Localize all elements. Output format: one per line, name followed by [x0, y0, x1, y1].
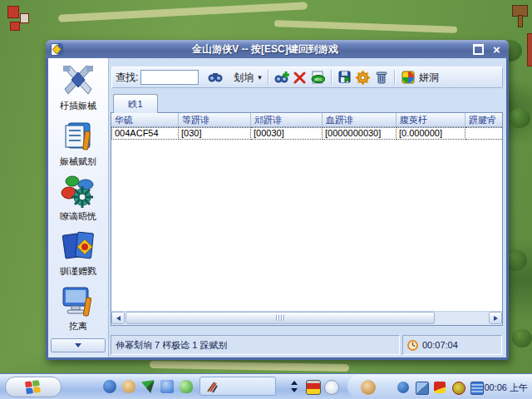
export-button[interactable] [336, 69, 354, 86]
abc-page-icon: abc [311, 71, 325, 84]
taskbar-scroll-up-icon[interactable] [291, 381, 298, 385]
elapsed-time: 00:07:04 [422, 340, 458, 350]
horizontal-scrollbar[interactable] [111, 311, 502, 325]
quicklaunch-kite-icon[interactable] [141, 380, 155, 393]
tab-page1[interactable]: 眣1 [113, 94, 158, 113]
titlebar[interactable]: 金山游侠V -- 按[ESC]键回到游戏 × [46, 40, 509, 58]
toolbar-separator [394, 70, 396, 85]
text-search-button[interactable]: abc [309, 69, 328, 86]
tray-input-method-icon[interactable] [470, 382, 484, 395]
window-body: 杅插娠械 娠械赋别 [48, 58, 506, 357]
window-title: 金山游侠V -- 按[ESC]键回到游戏 [63, 42, 467, 57]
task-player-icon[interactable] [324, 380, 339, 395]
tray-game-character-icon[interactable] [361, 380, 376, 395]
app-logo-icon [51, 43, 63, 56]
restore-icon [473, 44, 484, 55]
system-tray: 00:06 上午 [347, 375, 532, 398]
cell-string [466, 127, 503, 140]
arrow-right-icon [494, 316, 498, 321]
column-header-word[interactable]: 邧趼诽 [251, 113, 323, 127]
search-button[interactable] [199, 69, 232, 86]
delete-button[interactable] [372, 69, 391, 86]
sidebar-item-label: 扢离 [48, 320, 108, 332]
sidebar-item-label: 杅插娠械 [48, 100, 108, 112]
tree [509, 108, 530, 128]
quicklaunch-browser-icon[interactable] [103, 380, 116, 393]
thumb-grip-icon [276, 315, 285, 321]
tree [512, 329, 532, 347]
gear-icon [356, 71, 370, 85]
sidebar-item-memory-edit[interactable]: 娠械赋别 [48, 118, 108, 168]
sidebar-item-test-tools[interactable]: 嘹谪晤恍 [48, 173, 108, 223]
app-window: 金山游侠V -- 按[ESC]键回到游戏 × 杅插 [46, 40, 509, 360]
table-row-selected[interactable]: 004ACF54 [030] [00030] [0000000030] [0.0… [111, 127, 502, 140]
tray-browser-icon[interactable] [397, 382, 409, 393]
scroll-left-button[interactable] [111, 312, 125, 324]
secret-books-icon [60, 228, 96, 264]
monitor-tool-icon [60, 283, 96, 319]
sidebar-item-exit[interactable]: 扢离 [48, 283, 108, 332]
sidebar-item-search[interactable]: 杅插娠械 [48, 62, 108, 112]
search-button-label[interactable]: 刬垧 [234, 71, 254, 85]
main-area: 查找: 刬垧 ▾ [109, 58, 506, 357]
game-object [7, 6, 19, 18]
palette-button[interactable] [399, 69, 417, 86]
quicklaunch-messenger-icon[interactable] [180, 380, 193, 393]
red-x-icon [293, 71, 306, 84]
column-header-string[interactable]: 趼腱肻 [466, 113, 502, 127]
svg-text:abc: abc [315, 76, 323, 81]
restore-button[interactable] [471, 43, 485, 56]
quicklaunch-app-icon[interactable] [160, 380, 174, 393]
taskbar-window-button[interactable] [200, 377, 276, 396]
cell-dword: [0000000030] [323, 127, 397, 140]
cell-byte: [030] [179, 127, 251, 140]
scroll-right-button[interactable] [489, 312, 502, 324]
find-label: 查找: [116, 71, 138, 85]
game-path [150, 361, 349, 372]
tray-network-icon[interactable] [416, 382, 429, 395]
notebook-wrench-icon [60, 118, 96, 155]
cell-address: 004ACF54 [111, 127, 179, 140]
cancel-search-button[interactable] [291, 69, 309, 86]
column-header-byte[interactable]: 等趼诽 [179, 113, 251, 127]
cell-word: [00030] [251, 127, 323, 140]
search-dropdown-arrow-icon[interactable]: ▾ [258, 73, 262, 81]
results-list: 华硫 等趼诽 邧趼诽 血趼诽 腹萸杅 趼腱肻 004ACF54 [030] [0… [111, 112, 503, 326]
taskbar-clock[interactable]: 00:06 上午 [484, 382, 528, 394]
new-search-button[interactable] [273, 69, 291, 86]
status-time-pane: 00:07:04 [402, 335, 502, 355]
arrow-left-icon [116, 316, 121, 321]
column-header-float[interactable]: 腹萸杅 [397, 113, 466, 127]
wooden-sign-post [518, 15, 523, 27]
tray-mute-icon[interactable] [452, 382, 466, 395]
toolbar: 查找: 刬垧 ▾ [111, 66, 503, 88]
palette-button-label[interactable]: 姘洞 [419, 71, 439, 85]
column-header-address[interactable]: 华硫 [111, 113, 179, 127]
sidebar-item-label: 驯谨赠戮 [48, 265, 108, 278]
sidebar-item-label: 嘹谪晤恍 [48, 210, 108, 223]
task-msdos-icon[interactable] [306, 380, 321, 395]
save-export-icon [338, 71, 352, 84]
taskbar-scroll-down-icon[interactable] [291, 388, 298, 392]
close-icon: × [493, 43, 500, 56]
brush-icon [205, 380, 219, 393]
find-input[interactable] [140, 70, 199, 85]
settings-button[interactable] [354, 69, 372, 86]
color-window-icon [401, 71, 415, 84]
tray-antivirus-icon[interactable] [434, 382, 446, 393]
clock-icon [407, 340, 418, 351]
taskbar: 00:06 上午 [0, 373, 532, 399]
toolbar-separator [268, 70, 269, 85]
scrollbar-track[interactable] [435, 312, 489, 325]
windows-logo-icon [25, 379, 42, 394]
binoculars-icon [208, 71, 223, 83]
close-button[interactable]: × [490, 43, 504, 56]
scrollbar-thumb[interactable] [126, 312, 435, 324]
game-object [20, 13, 29, 23]
sidebar-item-cheats[interactable]: 驯谨赠戮 [48, 228, 108, 278]
column-header-dword[interactable]: 血趼诽 [323, 113, 397, 127]
quicklaunch-face-icon[interactable] [122, 380, 135, 393]
chevron-down-icon [75, 343, 81, 347]
start-button[interactable] [5, 377, 62, 397]
sidebar-collapse-button[interactable] [51, 338, 106, 352]
